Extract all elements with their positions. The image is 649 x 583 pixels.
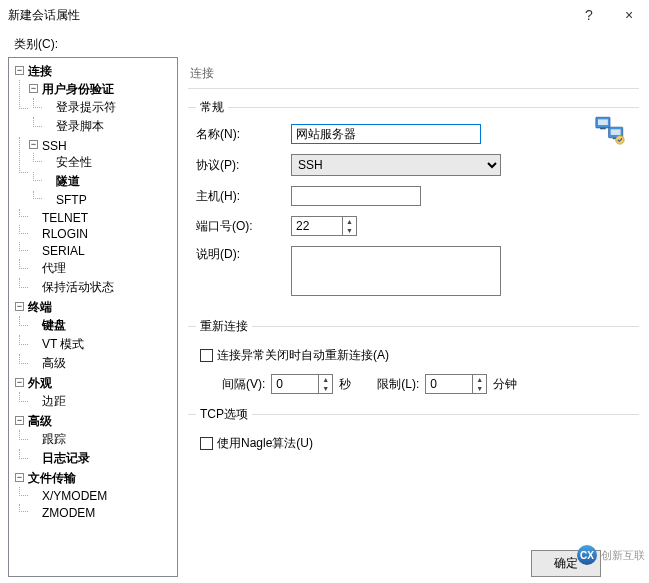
toggle-icon[interactable] <box>15 378 24 387</box>
tree-advanced[interactable]: 高级 <box>28 414 52 428</box>
chevron-up-icon[interactable]: ▲ <box>343 217 356 226</box>
protocol-select[interactable]: SSH <box>291 154 501 176</box>
general-group: 常规 名称(N): 协议(P): SSH 主机(H): 端口号(O): ▲▼ <box>188 99 639 308</box>
general-legend: 常规 <box>196 99 228 116</box>
tree-panel: 连接 用户身份验证 登录提示符 登录脚本 SSH 安全性 隧道 <box>8 57 178 577</box>
tree-keyboard[interactable]: 键盘 <box>42 318 66 332</box>
tree-login-prompt[interactable]: 登录提示符 <box>56 100 116 114</box>
interval-input[interactable] <box>272 375 318 393</box>
tree-ssh[interactable]: SSH <box>42 139 67 153</box>
watermark: CX 创新互联 <box>577 545 645 565</box>
tree-serial[interactable]: SERIAL <box>42 244 85 258</box>
chevron-down-icon[interactable]: ▼ <box>319 384 332 393</box>
interval-spinner[interactable]: ▲▼ <box>271 374 333 394</box>
tree-advanced-t[interactable]: 高级 <box>42 356 66 370</box>
tree-telnet[interactable]: TELNET <box>42 210 88 224</box>
port-label: 端口号(O): <box>196 218 291 235</box>
tree-tunnel[interactable]: 隧道 <box>56 174 80 188</box>
tree-proxy[interactable]: 代理 <box>42 261 66 275</box>
reconnect-chk-label: 连接异常关闭时自动重新连接(A) <box>217 347 389 364</box>
nagle-checkbox[interactable] <box>200 437 213 450</box>
reconnect-checkbox[interactable] <box>200 349 213 362</box>
toggle-icon[interactable] <box>15 302 24 311</box>
minutes-label: 分钟 <box>493 376 517 393</box>
protocol-label: 协议(P): <box>196 157 291 174</box>
tree-terminal[interactable]: 终端 <box>28 300 52 314</box>
limit-spinner[interactable]: ▲▼ <box>425 374 487 394</box>
name-input[interactable] <box>291 124 481 144</box>
right-panel: 连接 常规 名称(N): 协议(P): S <box>178 57 649 583</box>
limit-input[interactable] <box>426 375 472 393</box>
interval-label: 间隔(V): <box>222 376 265 393</box>
desc-label: 说明(D): <box>196 246 291 263</box>
chevron-up-icon[interactable]: ▲ <box>319 375 332 384</box>
tree-trace[interactable]: 跟踪 <box>42 432 66 446</box>
content: 连接 用户身份验证 登录提示符 登录脚本 SSH 安全性 隧道 <box>0 57 649 583</box>
host-input[interactable] <box>291 186 421 206</box>
toggle-icon[interactable] <box>29 140 38 149</box>
tree-appearance[interactable]: 外观 <box>28 376 52 390</box>
close-button[interactable]: × <box>609 0 649 30</box>
tree-security[interactable]: 安全性 <box>56 155 92 169</box>
chevron-down-icon[interactable]: ▼ <box>343 226 356 235</box>
tree-user-auth[interactable]: 用户身份验证 <box>42 82 114 96</box>
host-label: 主机(H): <box>196 188 291 205</box>
nagle-label: 使用Nagle算法(U) <box>217 435 313 452</box>
panel-heading: 连接 <box>188 61 639 88</box>
toggle-icon[interactable] <box>15 66 24 75</box>
svg-rect-4 <box>611 129 621 135</box>
name-label: 名称(N): <box>196 126 291 143</box>
category-label: 类别(C): <box>0 30 649 57</box>
tree-login-script[interactable]: 登录脚本 <box>56 119 104 133</box>
toggle-icon[interactable] <box>29 84 38 93</box>
desc-textarea[interactable] <box>291 246 501 296</box>
tree-log[interactable]: 日志记录 <box>42 451 90 465</box>
help-button[interactable]: ? <box>569 0 609 30</box>
limit-label: 限制(L): <box>377 376 419 393</box>
tcp-group: TCP选项 使用Nagle算法(U) <box>188 406 639 464</box>
tree-margin[interactable]: 边距 <box>42 394 66 408</box>
watermark-text: 创新互联 <box>601 548 645 563</box>
tree-connection[interactable]: 连接 <box>28 64 52 78</box>
tcp-legend: TCP选项 <box>196 406 252 423</box>
tree-xymodem[interactable]: X/YMODEM <box>42 489 107 503</box>
toggle-icon[interactable] <box>15 473 24 482</box>
tree-sftp[interactable]: SFTP <box>56 193 87 207</box>
toggle-icon[interactable] <box>15 416 24 425</box>
seconds-label: 秒 <box>339 376 351 393</box>
port-input[interactable] <box>292 217 342 235</box>
connection-icon <box>593 113 627 150</box>
reconnect-group: 重新连接 连接异常关闭时自动重新连接(A) 间隔(V): ▲▼ 秒 限制(L):… <box>188 318 639 396</box>
tree-keepalive[interactable]: 保持活动状态 <box>42 280 114 294</box>
titlebar: 新建会话属性 ? × <box>0 0 649 30</box>
divider <box>188 88 639 89</box>
reconnect-legend: 重新连接 <box>196 318 252 335</box>
category-tree[interactable]: 连接 用户身份验证 登录提示符 登录脚本 SSH 安全性 隧道 <box>11 62 175 522</box>
window-title: 新建会话属性 <box>8 7 569 24</box>
tree-filetransfer[interactable]: 文件传输 <box>28 471 76 485</box>
svg-rect-2 <box>600 128 606 129</box>
svg-rect-1 <box>598 119 608 125</box>
watermark-icon: CX <box>577 545 597 565</box>
chevron-down-icon[interactable]: ▼ <box>473 384 486 393</box>
port-spinner[interactable]: ▲▼ <box>291 216 357 236</box>
tree-rlogin[interactable]: RLOGIN <box>42 227 88 241</box>
tree-zmodem[interactable]: ZMODEM <box>42 506 95 520</box>
chevron-up-icon[interactable]: ▲ <box>473 375 486 384</box>
tree-vtmode[interactable]: VT 模式 <box>42 337 84 351</box>
